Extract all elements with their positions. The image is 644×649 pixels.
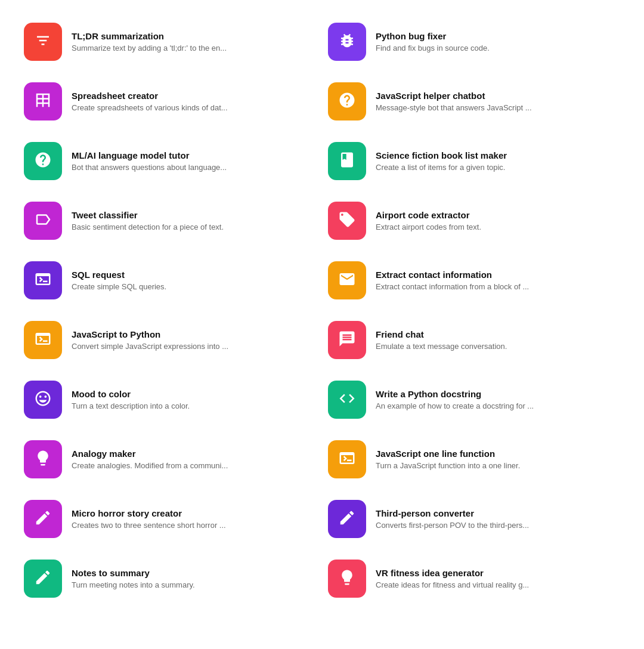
item-desc-js-to-python: Convert simple JavaScript expressions in… bbox=[72, 342, 228, 351]
text-content-mood-color: Mood to color Turn a text description in… bbox=[72, 389, 190, 410]
list-item-third-person[interactable]: Third-person converter Converts first-pe… bbox=[322, 489, 626, 549]
text-content-extract-contact: Extract contact information Extract cont… bbox=[376, 270, 529, 291]
item-desc-tweet-classifier: Basic sentiment detection for a piece of… bbox=[72, 222, 224, 231]
icon-box-micro-horror bbox=[24, 500, 62, 538]
terminal-icon bbox=[34, 270, 52, 290]
tag-icon bbox=[338, 211, 356, 231]
icon-box-notes-summary bbox=[24, 560, 62, 598]
item-desc-vr-fitness: Create ideas for fitness and virtual rea… bbox=[376, 580, 529, 589]
icon-box-friend-chat bbox=[328, 321, 366, 359]
list-item-js-chatbot[interactable]: JavaScript helper chatbot Message-style … bbox=[322, 72, 626, 131]
item-desc-python-bug: Find and fix bugs in source code. bbox=[376, 44, 490, 52]
item-desc-js-one-line: Turn a JavaScript function into a one li… bbox=[376, 461, 520, 470]
text-content-js-chatbot: JavaScript helper chatbot Message-style … bbox=[376, 91, 532, 112]
icon-box-spreadsheet bbox=[24, 82, 62, 120]
item-title-sql-request: SQL request bbox=[72, 270, 166, 280]
item-title-mood-color: Mood to color bbox=[72, 389, 190, 399]
item-title-third-person: Third-person converter bbox=[376, 508, 529, 518]
item-title-tldr: TL;DR summarization bbox=[72, 31, 227, 41]
text-content-analogy-maker: Analogy maker Create analogies. Modified… bbox=[72, 449, 228, 470]
list-item-extract-contact[interactable]: Extract contact information Extract cont… bbox=[322, 251, 626, 310]
item-desc-js-chatbot: Message-style bot that answers JavaScrip… bbox=[376, 103, 532, 112]
item-desc-airport-code: Extract airport codes from text. bbox=[376, 222, 481, 231]
item-title-extract-contact: Extract contact information bbox=[376, 270, 529, 280]
list-item-js-one-line[interactable]: JavaScript one line function Turn a Java… bbox=[322, 429, 626, 489]
list-item-python-bug[interactable]: Python bug fixer Find and fix bugs in so… bbox=[322, 12, 626, 72]
item-title-vr-fitness: VR fitness idea generator bbox=[376, 568, 529, 578]
text-content-scifi-books: Science fiction book list maker Create a… bbox=[376, 150, 507, 172]
list-item-micro-horror[interactable]: Micro horror story creator Creates two t… bbox=[18, 489, 322, 549]
list-item-tldr[interactable]: TL;DR summarization Summarize text by ad… bbox=[18, 12, 322, 72]
item-desc-micro-horror: Creates two to three sentence short horr… bbox=[72, 521, 226, 530]
item-desc-sql-request: Create simple SQL queries. bbox=[72, 282, 166, 291]
text-content-airport-code: Airport code extractor Extract airport c… bbox=[376, 210, 481, 231]
list-item-sql-request[interactable]: SQL request Create simple SQL queries. bbox=[18, 251, 322, 310]
question-icon bbox=[338, 91, 356, 112]
filter-icon bbox=[34, 32, 52, 52]
text-content-friend-chat: Friend chat Emulate a text message conve… bbox=[376, 329, 507, 351]
list-item-tweet-classifier[interactable]: Tweet classifier Basic sentiment detecti… bbox=[18, 191, 322, 251]
bulb-icon bbox=[338, 568, 356, 589]
item-title-analogy-maker: Analogy maker bbox=[72, 449, 228, 459]
text-content-ml-tutor: ML/AI language model tutor Bot that answ… bbox=[72, 150, 227, 172]
icon-box-sql-request bbox=[24, 261, 62, 299]
list-item-vr-fitness[interactable]: VR fitness idea generator Create ideas f… bbox=[322, 549, 626, 608]
chat-icon bbox=[338, 330, 356, 350]
list-item-scifi-books[interactable]: Science fiction book list maker Create a… bbox=[322, 131, 626, 191]
text-content-spreadsheet: Spreadsheet creator Create spreadsheets … bbox=[72, 91, 228, 112]
item-desc-extract-contact: Extract contact information from a block… bbox=[376, 282, 529, 291]
list-item-friend-chat[interactable]: Friend chat Emulate a text message conve… bbox=[322, 310, 626, 370]
item-title-scifi-books: Science fiction book list maker bbox=[376, 150, 507, 160]
icon-box-airport-code bbox=[328, 202, 366, 240]
item-title-js-one-line: JavaScript one line function bbox=[376, 449, 520, 459]
book-icon bbox=[338, 151, 356, 171]
item-desc-mood-color: Turn a text description into a color. bbox=[72, 401, 190, 410]
icon-box-tweet-classifier bbox=[24, 202, 62, 240]
icon-box-extract-contact bbox=[328, 261, 366, 299]
terminal-icon bbox=[34, 330, 52, 350]
list-item-airport-code[interactable]: Airport code extractor Extract airport c… bbox=[322, 191, 626, 251]
edit-icon bbox=[338, 509, 356, 529]
item-desc-ml-tutor: Bot that answers questions about languag… bbox=[72, 163, 227, 172]
item-desc-notes-summary: Turn meeting notes into a summary. bbox=[72, 580, 195, 589]
list-item-notes-summary[interactable]: Notes to summary Turn meeting notes into… bbox=[18, 549, 322, 608]
code-icon bbox=[338, 390, 356, 410]
item-title-micro-horror: Micro horror story creator bbox=[72, 508, 226, 518]
text-content-tldr: TL;DR summarization Summarize text by ad… bbox=[72, 31, 227, 52]
text-content-js-to-python: JavaScript to Python Convert simple Java… bbox=[72, 329, 228, 351]
item-desc-python-docstring: An example of how to create a docstring … bbox=[376, 401, 534, 410]
icon-box-mood-color bbox=[24, 381, 62, 419]
icon-box-js-one-line bbox=[328, 440, 366, 478]
bulb-icon bbox=[34, 449, 52, 469]
item-title-friend-chat: Friend chat bbox=[376, 329, 507, 339]
question-icon bbox=[34, 151, 52, 171]
icon-box-python-bug bbox=[328, 23, 366, 61]
icon-box-js-chatbot bbox=[328, 82, 366, 120]
text-content-python-bug: Python bug fixer Find and fix bugs in so… bbox=[376, 31, 490, 52]
list-item-js-to-python[interactable]: JavaScript to Python Convert simple Java… bbox=[18, 310, 322, 370]
list-item-python-docstring[interactable]: Write a Python docstring An example of h… bbox=[322, 370, 626, 429]
list-item-mood-color[interactable]: Mood to color Turn a text description in… bbox=[18, 370, 322, 429]
item-title-notes-summary: Notes to summary bbox=[72, 568, 195, 578]
icon-box-vr-fitness bbox=[328, 560, 366, 598]
list-item-ml-tutor[interactable]: ML/AI language model tutor Bot that answ… bbox=[18, 131, 322, 191]
text-content-tweet-classifier: Tweet classifier Basic sentiment detecti… bbox=[72, 210, 224, 231]
item-title-airport-code: Airport code extractor bbox=[376, 210, 481, 220]
item-desc-analogy-maker: Create analogies. Modified from a commun… bbox=[72, 461, 228, 470]
bug-icon bbox=[338, 32, 356, 52]
item-desc-tldr: Summarize text by adding a 'tl;dr:' to t… bbox=[72, 44, 227, 52]
icon-box-js-to-python bbox=[24, 321, 62, 359]
list-item-spreadsheet[interactable]: Spreadsheet creator Create spreadsheets … bbox=[18, 72, 322, 131]
item-desc-spreadsheet: Create spreadsheets of various kinds of … bbox=[72, 103, 228, 112]
text-content-micro-horror: Micro horror story creator Creates two t… bbox=[72, 508, 226, 530]
item-desc-friend-chat: Emulate a text message conversation. bbox=[376, 342, 507, 351]
text-content-python-docstring: Write a Python docstring An example of h… bbox=[376, 389, 534, 410]
icon-box-analogy-maker bbox=[24, 440, 62, 478]
item-title-python-bug: Python bug fixer bbox=[376, 31, 490, 41]
item-title-js-to-python: JavaScript to Python bbox=[72, 329, 228, 339]
items-grid: TL;DR summarization Summarize text by ad… bbox=[18, 12, 626, 608]
smiley-icon bbox=[34, 390, 52, 410]
item-title-ml-tutor: ML/AI language model tutor bbox=[72, 150, 227, 160]
list-item-analogy-maker[interactable]: Analogy maker Create analogies. Modified… bbox=[18, 429, 322, 489]
item-title-tweet-classifier: Tweet classifier bbox=[72, 210, 224, 220]
